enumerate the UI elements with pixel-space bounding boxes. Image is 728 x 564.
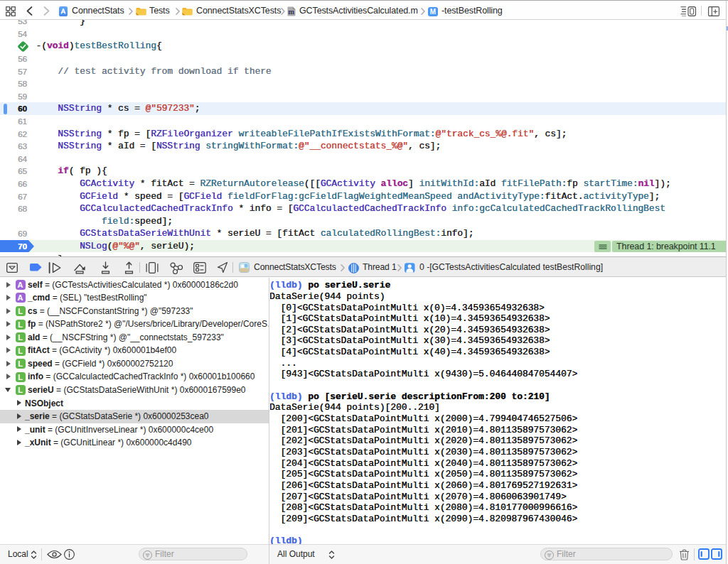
svg-text:M: M: [430, 8, 436, 16]
svg-text:m: m: [288, 8, 294, 16]
